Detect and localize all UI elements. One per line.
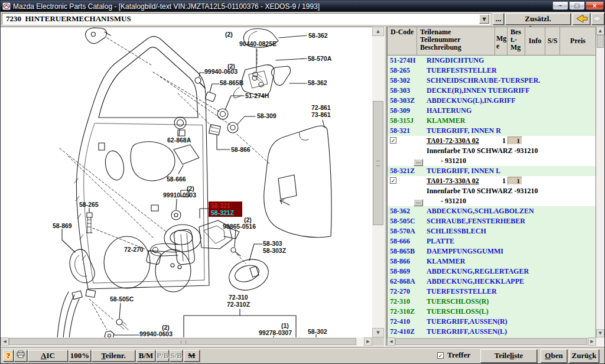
diagram-part-label[interactable]: (1) — [281, 322, 289, 329]
diagram-part-label[interactable]: 72-270 — [124, 246, 144, 253]
table-row[interactable]: 58-570ASCHLIESSBLECH — [388, 226, 596, 236]
table-row[interactable]: ...- 931210 — [388, 156, 596, 166]
table-row[interactable]: 58-303DECKE(R),INNEN TUERGRIFF — [388, 86, 596, 96]
zurueck-button[interactable]: Zurück — [569, 349, 599, 363]
highlight-line-2[interactable]: 58-321Z — [211, 209, 242, 216]
diagram-part-label[interactable]: 99940-0603 — [139, 330, 173, 337]
table-row[interactable]: 72-410ZTUERGRIFF,AUSSEN(L) — [388, 327, 596, 337]
help-button[interactable]: ? — [3, 350, 14, 362]
table-row[interactable]: 58-362ABDECKUNG,SCHLAGBOLZEN — [388, 206, 596, 216]
diagram-part-label[interactable]: 58-866 — [231, 146, 251, 153]
diagram-part-label[interactable]: 58-302 — [308, 328, 327, 335]
row-checkbox[interactable]: ✓ — [390, 177, 396, 184]
forward-button[interactable] — [591, 13, 604, 25]
table-hscrollbar[interactable]: ◀ ▶ — [387, 337, 596, 346]
diagram-part-label[interactable]: 99278-0307 — [259, 329, 292, 336]
scroll-thumb[interactable] — [395, 338, 587, 345]
diagram-part-label[interactable]: 58-865B — [220, 79, 243, 86]
table-row[interactable]: ...- 931210 — [388, 196, 596, 206]
oben-button[interactable]: Oben — [541, 349, 567, 363]
table-row[interactable]: Innenfarbe TA0 SCHWARZ -931210 — [388, 186, 596, 196]
diagram-part-label[interactable]: 62-868A — [167, 136, 191, 144]
table-vscrollbar[interactable]: ▲ ▼ — [596, 27, 604, 337]
highlight-line-1[interactable]: 58-321 — [211, 202, 242, 209]
best-mg-input[interactable]: 1 — [508, 136, 522, 145]
scroll-thumb[interactable] — [9, 338, 356, 345]
scroll-right-icon[interactable]: ▶ — [364, 337, 372, 346]
scroll-down-icon[interactable]: ▼ — [372, 328, 384, 337]
minimize-button[interactable]: – — [552, 1, 568, 10]
diagram-part-label[interactable]: 58-303Z — [263, 247, 286, 254]
scroll-left-icon[interactable]: ◀ — [1, 337, 9, 346]
zoom-level-button[interactable]: 100% — [69, 350, 91, 362]
diagram-part-label[interactable]: 58-303 — [263, 240, 282, 247]
table-row[interactable]: 58-666PLATTE — [388, 236, 596, 246]
more-button[interactable]: ... — [414, 199, 423, 206]
maximize-button[interactable]: □ — [569, 1, 585, 10]
diagram-vscrollbar[interactable]: ▲ ▼ — [372, 27, 384, 337]
diagram-part-label[interactable]: 58-570A — [308, 55, 331, 62]
diagram-part-label[interactable]: 73-861 — [311, 111, 331, 118]
additional-references-button[interactable]: Zusätzl. Referenzen — [505, 13, 571, 25]
scroll-up-icon[interactable]: ▲ — [596, 27, 604, 35]
section-combobox[interactable]: 7230 HINTERUERMECHANISMUS ▼ — [2, 13, 490, 25]
table-row[interactable]: 72-410TUERGRIFF,AUSSEN(R) — [388, 317, 596, 327]
bm-button[interactable]: B/M — [136, 350, 155, 362]
table-row[interactable]: ✓TA01-73-330A 0211 — [388, 176, 596, 186]
diagram-part-label[interactable]: 58-505C — [110, 295, 134, 303]
diagram-part-label[interactable]: 58-362 — [308, 32, 328, 39]
treffer-checkbox[interactable]: ✓ — [437, 352, 444, 359]
table-row[interactable]: 51-274HRINGDICHTUNG — [388, 56, 596, 66]
more-button[interactable]: ... — [414, 159, 423, 166]
scroll-down-icon[interactable]: ▼ — [596, 329, 604, 337]
diagram-part-label[interactable]: 99865-0516 — [223, 223, 256, 230]
diagram-part-label[interactable]: 58-362 — [308, 79, 327, 86]
diagram-part-label[interactable]: 58-666 — [167, 176, 186, 183]
table-row[interactable]: 58-302SCHNEIDSCHRAUBE-TUERSPER. — [388, 76, 596, 86]
diagram-part-label[interactable]: 99910-0503 — [163, 191, 196, 199]
table-row[interactable]: 58-315JKLAMMER — [388, 116, 596, 126]
scroll-left-icon[interactable]: ◀ — [387, 337, 395, 346]
table-row[interactable]: 58-309HALTERUNG — [388, 106, 596, 116]
scroll-up-icon[interactable]: ▲ — [372, 27, 384, 36]
diagram-part-label[interactable]: 58-869 — [53, 222, 72, 229]
diagram-part-label[interactable]: 58-265 — [79, 201, 99, 208]
teilenr-button[interactable]: Teilenr. — [92, 350, 135, 362]
table-row[interactable]: 72-310ZTUERSCHLOSS(L) — [388, 307, 596, 317]
more-options-button[interactable]: ... — [493, 13, 504, 25]
best-mg-input[interactable]: 1 — [508, 177, 522, 185]
table-row[interactable]: 58-865BDAEMPFUNGSGUMMI — [388, 246, 596, 256]
table-row[interactable]: 58-866KLAMMER — [388, 256, 596, 266]
table-row[interactable]: 58-265TUERFESTSTELLER — [388, 66, 596, 76]
table-row[interactable]: 58-869ABDECKUNG,REGLERTAGER — [388, 266, 596, 277]
table-row[interactable]: 58-303ZABDECKUNG(L),IN.GRIFF — [388, 96, 596, 106]
table-row[interactable]: 72-310TUERSCHLOSS(R) — [388, 297, 596, 307]
table-row[interactable]: 58-505CSCHRAUBE,FENSTERHEBER — [388, 216, 596, 226]
diagram-part-label[interactable]: 90440-0825E — [239, 40, 277, 47]
back-button[interactable] — [573, 13, 590, 25]
table-row[interactable]: ✓TA01-72-330A 0211 — [388, 136, 596, 146]
table-row[interactable]: 58-321TUERGRIFF, INNEN R — [388, 126, 596, 136]
table-row[interactable]: 58-321ZTUERGRIFF, INNEN L — [388, 166, 596, 176]
teileliste-button[interactable]: Teileliste — [480, 349, 537, 363]
table-row[interactable]: 72-270TUERFESTSTELLER — [388, 287, 596, 297]
diagram-part-label[interactable]: 72-310 — [229, 294, 248, 301]
scroll-right-icon[interactable]: ▶ — [588, 337, 596, 346]
row-checkbox[interactable]: ✓ — [390, 137, 396, 144]
scroll-thumb[interactable] — [373, 101, 383, 225]
diagram-part-label[interactable]: 51-274H — [245, 92, 269, 99]
diagram-part-label[interactable]: (2) — [225, 31, 233, 38]
diagram-part-label[interactable]: 99940-0603 — [204, 68, 238, 75]
part-number-link[interactable]: TA01-73-330A 02 — [427, 177, 479, 185]
diagram-part-label[interactable]: 72-861 — [311, 104, 331, 111]
scroll-thumb[interactable] — [597, 35, 604, 48]
m-button[interactable]: M — [184, 350, 200, 362]
highlighted-part-label[interactable]: 58-321 58-321Z — [209, 202, 242, 217]
diagram-hscrollbar[interactable]: ◀ ▶ — [1, 337, 372, 346]
print-button[interactable] — [14, 350, 27, 362]
aic-button[interactable]: AIC — [28, 350, 68, 362]
table-row[interactable]: Innenfarbe TA0 SCHWARZ -931210 — [388, 146, 596, 156]
diagram-part-label[interactable]: 72-310Z — [227, 301, 250, 308]
table-row[interactable]: 62-868AABDECKUNG,HECKKLAPPE — [388, 277, 596, 287]
diagram-part-label[interactable]: 58-309 — [257, 112, 277, 119]
